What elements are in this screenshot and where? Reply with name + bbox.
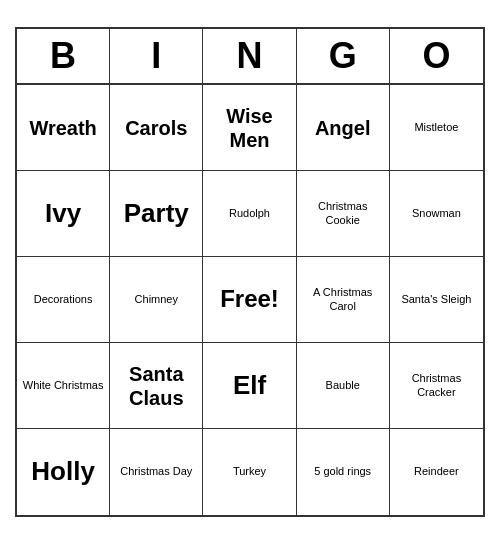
- cell-text-12: Free!: [220, 285, 279, 314]
- cell-text-6: Party: [124, 198, 189, 229]
- bingo-grid: WreathCarolsWise MenAngelMistletoeIvyPar…: [17, 85, 483, 515]
- bingo-cell-17: Elf: [203, 343, 296, 429]
- cell-text-23: 5 gold rings: [314, 465, 371, 478]
- bingo-cell-20: Holly: [17, 429, 110, 515]
- bingo-cell-13: A Christmas Carol: [297, 257, 390, 343]
- cell-text-20: Holly: [31, 456, 95, 487]
- header-letter-b: B: [17, 29, 110, 83]
- bingo-cell-16: Santa Claus: [110, 343, 203, 429]
- cell-text-15: White Christmas: [23, 379, 104, 392]
- cell-text-19: Christmas Cracker: [394, 372, 479, 398]
- bingo-card: BINGO WreathCarolsWise MenAngelMistletoe…: [15, 27, 485, 517]
- cell-text-7: Rudolph: [229, 207, 270, 220]
- bingo-cell-6: Party: [110, 171, 203, 257]
- cell-text-11: Chimney: [135, 293, 178, 306]
- bingo-cell-11: Chimney: [110, 257, 203, 343]
- bingo-cell-10: Decorations: [17, 257, 110, 343]
- cell-text-21: Christmas Day: [120, 465, 192, 478]
- cell-text-5: Ivy: [45, 198, 81, 229]
- cell-text-10: Decorations: [34, 293, 93, 306]
- bingo-cell-24: Reindeer: [390, 429, 483, 515]
- bingo-cell-22: Turkey: [203, 429, 296, 515]
- header-letter-n: N: [203, 29, 296, 83]
- cell-text-22: Turkey: [233, 465, 266, 478]
- bingo-cell-23: 5 gold rings: [297, 429, 390, 515]
- cell-text-17: Elf: [233, 370, 266, 401]
- cell-text-1: Carols: [125, 116, 187, 140]
- bingo-cell-0: Wreath: [17, 85, 110, 171]
- bingo-cell-8: Christmas Cookie: [297, 171, 390, 257]
- bingo-cell-9: Snowman: [390, 171, 483, 257]
- bingo-header: BINGO: [17, 29, 483, 85]
- bingo-cell-12: Free!: [203, 257, 296, 343]
- cell-text-2: Wise Men: [207, 104, 291, 152]
- cell-text-9: Snowman: [412, 207, 461, 220]
- bingo-cell-2: Wise Men: [203, 85, 296, 171]
- cell-text-18: Bauble: [326, 379, 360, 392]
- bingo-cell-14: Santa's Sleigh: [390, 257, 483, 343]
- cell-text-13: A Christmas Carol: [301, 286, 385, 312]
- cell-text-16: Santa Claus: [114, 362, 198, 410]
- header-letter-g: G: [297, 29, 390, 83]
- cell-text-24: Reindeer: [414, 465, 459, 478]
- bingo-cell-18: Bauble: [297, 343, 390, 429]
- bingo-cell-5: Ivy: [17, 171, 110, 257]
- bingo-cell-15: White Christmas: [17, 343, 110, 429]
- cell-text-8: Christmas Cookie: [301, 200, 385, 226]
- bingo-cell-21: Christmas Day: [110, 429, 203, 515]
- cell-text-3: Angel: [315, 116, 371, 140]
- cell-text-4: Mistletoe: [414, 121, 458, 134]
- bingo-cell-19: Christmas Cracker: [390, 343, 483, 429]
- header-letter-o: O: [390, 29, 483, 83]
- cell-text-14: Santa's Sleigh: [401, 293, 471, 306]
- bingo-cell-7: Rudolph: [203, 171, 296, 257]
- header-letter-i: I: [110, 29, 203, 83]
- bingo-cell-1: Carols: [110, 85, 203, 171]
- bingo-cell-3: Angel: [297, 85, 390, 171]
- bingo-cell-4: Mistletoe: [390, 85, 483, 171]
- cell-text-0: Wreath: [29, 116, 96, 140]
